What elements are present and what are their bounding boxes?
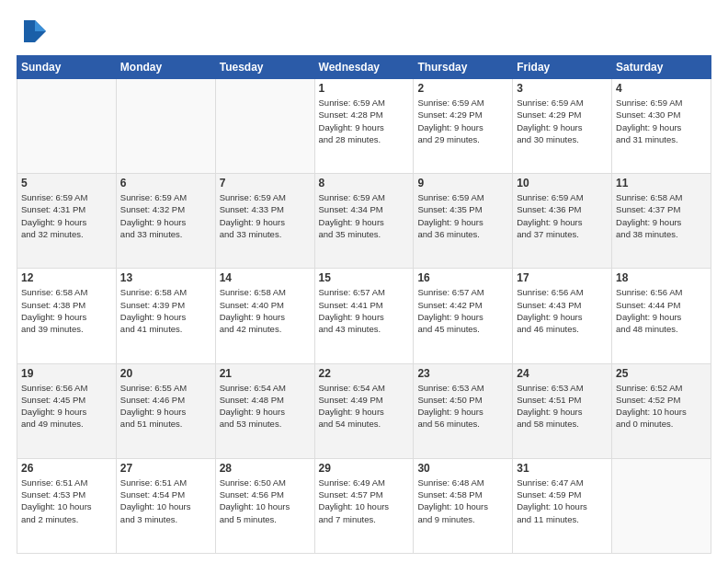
day-number: 18 xyxy=(616,271,707,284)
day-info: Sunrise: 6:59 AM Sunset: 4:33 PM Dayligh… xyxy=(220,191,311,240)
day-number: 12 xyxy=(21,271,112,284)
calendar-day-13: 13Sunrise: 6:58 AM Sunset: 4:39 PM Dayli… xyxy=(116,269,215,363)
day-number: 11 xyxy=(616,177,707,190)
day-info: Sunrise: 6:59 AM Sunset: 4:34 PM Dayligh… xyxy=(319,191,410,240)
day-info: Sunrise: 6:59 AM Sunset: 4:29 PM Dayligh… xyxy=(517,97,608,145)
day-info: Sunrise: 6:54 AM Sunset: 4:48 PM Dayligh… xyxy=(220,382,311,431)
calendar-day-22: 22Sunrise: 6:54 AM Sunset: 4:49 PM Dayli… xyxy=(314,363,414,458)
day-info: Sunrise: 6:58 AM Sunset: 4:39 PM Dayligh… xyxy=(120,286,211,335)
calendar-day-14: 14Sunrise: 6:58 AM Sunset: 4:40 PM Dayli… xyxy=(215,269,314,363)
calendar-day-17: 17Sunrise: 6:56 AM Sunset: 4:43 PM Dayli… xyxy=(513,269,612,363)
day-number: 5 xyxy=(21,177,112,190)
weekday-header-friday: Friday xyxy=(513,56,612,79)
day-info: Sunrise: 6:51 AM Sunset: 4:53 PM Dayligh… xyxy=(21,477,112,525)
day-number: 4 xyxy=(616,82,707,95)
calendar-day-30: 30Sunrise: 6:48 AM Sunset: 4:58 PM Dayli… xyxy=(414,458,513,553)
calendar-day-5: 5Sunrise: 6:59 AM Sunset: 4:31 PM Daylig… xyxy=(17,174,117,269)
day-info: Sunrise: 6:59 AM Sunset: 4:32 PM Dayligh… xyxy=(120,191,211,240)
day-number: 9 xyxy=(417,177,508,190)
day-info: Sunrise: 6:54 AM Sunset: 4:49 PM Dayligh… xyxy=(319,382,410,431)
calendar-week-row: 1Sunrise: 6:59 AM Sunset: 4:28 PM Daylig… xyxy=(17,79,711,174)
calendar-week-row: 12Sunrise: 6:58 AM Sunset: 4:38 PM Dayli… xyxy=(17,269,711,363)
day-info: Sunrise: 6:51 AM Sunset: 4:54 PM Dayligh… xyxy=(120,477,211,525)
calendar-day-26: 26Sunrise: 6:51 AM Sunset: 4:53 PM Dayli… xyxy=(17,458,117,553)
calendar-day-23: 23Sunrise: 6:53 AM Sunset: 4:50 PM Dayli… xyxy=(414,363,513,458)
day-number: 31 xyxy=(517,462,608,475)
day-number: 27 xyxy=(120,462,211,475)
day-info: Sunrise: 6:59 AM Sunset: 4:30 PM Dayligh… xyxy=(616,97,707,145)
day-info: Sunrise: 6:53 AM Sunset: 4:51 PM Dayligh… xyxy=(517,382,608,431)
day-number: 14 xyxy=(220,271,311,284)
calendar-day-11: 11Sunrise: 6:58 AM Sunset: 4:37 PM Dayli… xyxy=(612,174,711,269)
calendar-day-4: 4Sunrise: 6:59 AM Sunset: 4:30 PM Daylig… xyxy=(612,79,711,174)
calendar-day-24: 24Sunrise: 6:53 AM Sunset: 4:51 PM Dayli… xyxy=(513,363,612,458)
logo-icon xyxy=(17,17,46,46)
calendar-week-row: 5Sunrise: 6:59 AM Sunset: 4:31 PM Daylig… xyxy=(17,174,711,269)
calendar-day-7: 7Sunrise: 6:59 AM Sunset: 4:33 PM Daylig… xyxy=(215,174,314,269)
calendar-day-20: 20Sunrise: 6:55 AM Sunset: 4:46 PM Dayli… xyxy=(116,363,215,458)
calendar-day-9: 9Sunrise: 6:59 AM Sunset: 4:35 PM Daylig… xyxy=(414,174,513,269)
calendar-table: SundayMondayTuesdayWednesdayThursdayFrid… xyxy=(17,55,711,554)
day-info: Sunrise: 6:50 AM Sunset: 4:56 PM Dayligh… xyxy=(220,477,311,525)
calendar-day-31: 31Sunrise: 6:47 AM Sunset: 4:59 PM Dayli… xyxy=(513,458,612,553)
day-info: Sunrise: 6:48 AM Sunset: 4:58 PM Dayligh… xyxy=(417,477,508,525)
day-info: Sunrise: 6:58 AM Sunset: 4:38 PM Dayligh… xyxy=(21,286,112,335)
calendar-day-10: 10Sunrise: 6:59 AM Sunset: 4:36 PM Dayli… xyxy=(513,174,612,269)
calendar-day-29: 29Sunrise: 6:49 AM Sunset: 4:57 PM Dayli… xyxy=(314,458,414,553)
calendar-week-row: 26Sunrise: 6:51 AM Sunset: 4:53 PM Dayli… xyxy=(17,458,711,553)
weekday-header-saturday: Saturday xyxy=(612,56,711,79)
calendar-day-16: 16Sunrise: 6:57 AM Sunset: 4:42 PM Dayli… xyxy=(414,269,513,363)
day-number: 21 xyxy=(220,367,311,380)
calendar-day-empty xyxy=(612,458,711,553)
calendar-day-12: 12Sunrise: 6:58 AM Sunset: 4:38 PM Dayli… xyxy=(17,269,117,363)
day-info: Sunrise: 6:47 AM Sunset: 4:59 PM Dayligh… xyxy=(517,477,608,525)
weekday-header-monday: Monday xyxy=(116,56,215,79)
day-number: 2 xyxy=(417,82,508,95)
day-number: 3 xyxy=(517,82,608,95)
day-info: Sunrise: 6:59 AM Sunset: 4:35 PM Dayligh… xyxy=(417,191,508,240)
day-info: Sunrise: 6:56 AM Sunset: 4:45 PM Dayligh… xyxy=(21,382,112,431)
day-info: Sunrise: 6:57 AM Sunset: 4:42 PM Dayligh… xyxy=(417,286,508,335)
day-info: Sunrise: 6:59 AM Sunset: 4:36 PM Dayligh… xyxy=(517,191,608,240)
calendar-week-row: 19Sunrise: 6:56 AM Sunset: 4:45 PM Dayli… xyxy=(17,363,711,458)
day-info: Sunrise: 6:53 AM Sunset: 4:50 PM Dayligh… xyxy=(417,382,508,431)
logo xyxy=(17,17,50,46)
calendar-day-27: 27Sunrise: 6:51 AM Sunset: 4:54 PM Dayli… xyxy=(116,458,215,553)
header xyxy=(17,17,711,46)
day-info: Sunrise: 6:56 AM Sunset: 4:44 PM Dayligh… xyxy=(616,286,707,335)
day-number: 26 xyxy=(21,462,112,475)
calendar-day-25: 25Sunrise: 6:52 AM Sunset: 4:52 PM Dayli… xyxy=(612,363,711,458)
day-number: 6 xyxy=(120,177,211,190)
calendar-page: SundayMondayTuesdayWednesdayThursdayFrid… xyxy=(0,0,728,563)
calendar-day-6: 6Sunrise: 6:59 AM Sunset: 4:32 PM Daylig… xyxy=(116,174,215,269)
day-info: Sunrise: 6:58 AM Sunset: 4:37 PM Dayligh… xyxy=(616,191,707,240)
day-number: 17 xyxy=(517,271,608,284)
day-number: 22 xyxy=(319,367,410,380)
calendar-day-15: 15Sunrise: 6:57 AM Sunset: 4:41 PM Dayli… xyxy=(314,269,414,363)
weekday-header-tuesday: Tuesday xyxy=(215,56,314,79)
calendar-day-18: 18Sunrise: 6:56 AM Sunset: 4:44 PM Dayli… xyxy=(612,269,711,363)
day-info: Sunrise: 6:57 AM Sunset: 4:41 PM Dayligh… xyxy=(319,286,410,335)
calendar-day-empty xyxy=(215,79,314,174)
day-info: Sunrise: 6:49 AM Sunset: 4:57 PM Dayligh… xyxy=(319,477,410,525)
calendar-day-19: 19Sunrise: 6:56 AM Sunset: 4:45 PM Dayli… xyxy=(17,363,117,458)
calendar-day-2: 2Sunrise: 6:59 AM Sunset: 4:29 PM Daylig… xyxy=(414,79,513,174)
day-number: 13 xyxy=(120,271,211,284)
weekday-header-thursday: Thursday xyxy=(414,56,513,79)
calendar-day-3: 3Sunrise: 6:59 AM Sunset: 4:29 PM Daylig… xyxy=(513,79,612,174)
calendar-day-1: 1Sunrise: 6:59 AM Sunset: 4:28 PM Daylig… xyxy=(314,79,414,174)
day-number: 29 xyxy=(319,462,410,475)
day-number: 10 xyxy=(517,177,608,190)
weekday-header-sunday: Sunday xyxy=(17,56,117,79)
calendar-day-28: 28Sunrise: 6:50 AM Sunset: 4:56 PM Dayli… xyxy=(215,458,314,553)
day-info: Sunrise: 6:55 AM Sunset: 4:46 PM Dayligh… xyxy=(120,382,211,431)
day-info: Sunrise: 6:56 AM Sunset: 4:43 PM Dayligh… xyxy=(517,286,608,335)
calendar-day-empty xyxy=(17,79,117,174)
day-number: 30 xyxy=(417,462,508,475)
weekday-header-wednesday: Wednesday xyxy=(314,56,414,79)
svg-marker-1 xyxy=(35,20,46,31)
calendar-day-empty xyxy=(116,79,215,174)
day-number: 8 xyxy=(319,177,410,190)
day-info: Sunrise: 6:59 AM Sunset: 4:31 PM Dayligh… xyxy=(21,191,112,240)
day-number: 1 xyxy=(319,82,410,95)
